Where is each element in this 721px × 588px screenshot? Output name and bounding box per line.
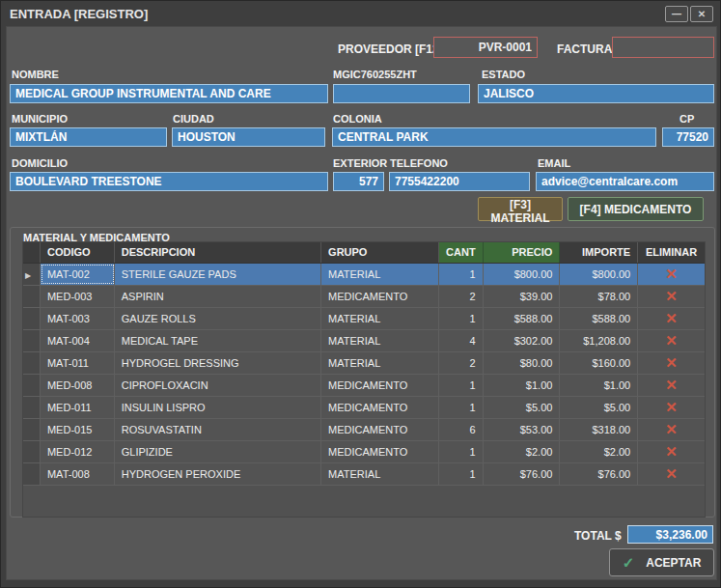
nombre-input[interactable] (10, 84, 328, 103)
cell-codigo[interactable]: MAT-002 (41, 264, 115, 285)
total-input[interactable] (627, 525, 713, 544)
table-row[interactable]: ▶ MED-003 ASPIRIN MEDICAMENTO 2 $39.00 $… (23, 286, 705, 308)
minimize-button[interactable]: — (665, 6, 688, 22)
cell-importe[interactable]: $76.00 (560, 463, 638, 485)
rfc-input[interactable] (333, 84, 470, 103)
cell-importe[interactable]: $78.00 (560, 286, 638, 307)
cell-eliminar[interactable]: ✕ (638, 375, 705, 396)
row-header-cell[interactable]: ▶ (23, 286, 41, 307)
cell-codigo[interactable]: MAT-003 (41, 308, 115, 329)
row-header-cell[interactable]: ▶ (23, 419, 41, 440)
header-descripcion[interactable]: DESCRIPCION (115, 242, 321, 263)
delete-icon[interactable]: ✕ (665, 465, 678, 482)
table-row[interactable]: ▶ MED-012 GLIPIZIDE MEDICAMENTO 1 $2.00 … (23, 441, 705, 463)
cell-codigo[interactable]: MED-012 (41, 441, 115, 462)
exterior-input[interactable] (333, 172, 384, 191)
delete-icon[interactable]: ✕ (665, 332, 678, 349)
cell-codigo[interactable]: MED-003 (41, 286, 115, 307)
cell-eliminar[interactable]: ✕ (638, 419, 705, 440)
cell-descripcion[interactable]: CIPROFLOXACIN (115, 375, 321, 396)
cell-grupo[interactable]: MATERIAL (321, 352, 439, 374)
delete-icon[interactable]: ✕ (665, 354, 678, 371)
cell-eliminar[interactable]: ✕ (638, 352, 705, 374)
cell-cant[interactable]: 1 (439, 264, 484, 285)
close-button[interactable]: ✕ (690, 6, 713, 22)
cell-cant[interactable]: 4 (439, 330, 484, 351)
cell-descripcion[interactable]: INSULIN LISPRO (115, 397, 321, 418)
cell-precio[interactable]: $80.00 (484, 352, 561, 374)
cell-precio[interactable]: $588.00 (484, 308, 561, 329)
cell-grupo[interactable]: MEDICAMENTO (321, 441, 439, 462)
cell-grupo[interactable]: MEDICAMENTO (321, 286, 439, 307)
row-header-cell[interactable]: ▶ (23, 330, 41, 351)
cell-descripcion[interactable]: MEDICAL TAPE (115, 330, 321, 351)
delete-icon[interactable]: ✕ (665, 266, 678, 282)
header-eliminar[interactable]: ELIMINAR (638, 242, 705, 263)
table-row[interactable]: ▶ MAT-004 MEDICAL TAPE MATERIAL 4 $302.0… (23, 330, 705, 352)
cell-descripcion[interactable]: STERILE GAUZE PADS (115, 264, 321, 285)
title-bar[interactable]: ENTRADA [REGISTRO] — ✕ (1, 1, 720, 26)
colonia-input[interactable] (332, 127, 656, 147)
cell-importe[interactable]: $588.00 (560, 308, 638, 329)
table-row[interactable]: ▶ MED-008 CIPROFLOXACIN MEDICAMENTO 1 $1… (23, 375, 705, 397)
estado-input[interactable] (478, 84, 714, 103)
cell-grupo[interactable]: MATERIAL (321, 264, 439, 285)
delete-icon[interactable]: ✕ (665, 421, 678, 437)
cell-precio[interactable]: $1.00 (484, 375, 561, 396)
cell-codigo[interactable]: MED-011 (41, 397, 115, 418)
cell-eliminar[interactable]: ✕ (638, 286, 705, 307)
cell-cant[interactable]: 1 (439, 308, 484, 329)
cell-precio[interactable]: $39.00 (484, 286, 561, 307)
f4-medicamento-button[interactable]: [F4] MEDICAMENTO (568, 197, 704, 221)
cell-cant[interactable]: 6 (439, 419, 484, 440)
cell-importe[interactable]: $2.00 (560, 441, 638, 462)
header-grupo[interactable]: GRUPO (321, 242, 439, 263)
domicilio-input[interactable] (10, 172, 328, 191)
table-row[interactable]: ▶ MED-015 ROSUVASTATIN MEDICAMENTO 6 $53… (23, 419, 705, 441)
cell-importe[interactable]: $5.00 (560, 397, 638, 418)
cell-grupo[interactable]: MATERIAL (321, 330, 439, 351)
row-header-cell[interactable]: ▶ (23, 441, 41, 462)
header-importe[interactable]: IMPORTE (560, 242, 638, 263)
cell-codigo[interactable]: MED-015 (41, 419, 115, 440)
aceptar-button[interactable]: ✓ ACEPTAR (609, 548, 714, 576)
cell-precio[interactable]: $76.00 (484, 463, 561, 485)
table-row[interactable]: ▶ MED-011 INSULIN LISPRO MEDICAMENTO 1 $… (23, 397, 705, 419)
cp-input[interactable] (662, 127, 714, 147)
cell-descripcion[interactable]: ASPIRIN (115, 286, 321, 307)
cell-descripcion[interactable]: GAUZE ROLLS (115, 308, 321, 329)
cell-precio[interactable]: $302.00 (484, 330, 561, 351)
delete-icon[interactable]: ✕ (665, 310, 678, 326)
cell-precio[interactable]: $5.00 (484, 397, 561, 418)
cell-importe[interactable]: $800.00 (560, 264, 638, 285)
header-codigo[interactable]: CODIGO (41, 242, 115, 263)
delete-icon[interactable]: ✕ (665, 377, 678, 393)
cell-eliminar[interactable]: ✕ (638, 397, 705, 418)
factura-input[interactable] (612, 37, 714, 58)
table-row[interactable]: ▶ MAT-003 GAUZE ROLLS MATERIAL 1 $588.00… (23, 308, 705, 330)
cell-grupo[interactable]: MEDICAMENTO (321, 375, 439, 396)
cell-cant[interactable]: 2 (439, 286, 484, 307)
cell-codigo[interactable]: MAT-004 (41, 330, 115, 351)
header-precio[interactable]: PRECIO (484, 242, 561, 263)
cell-eliminar[interactable]: ✕ (638, 330, 705, 351)
cell-eliminar[interactable]: ✕ (638, 264, 705, 285)
cell-cant[interactable]: 1 (439, 463, 484, 485)
f3-material-button[interactable]: [F3] MATERIAL (478, 197, 563, 221)
cell-importe[interactable]: $318.00 (560, 419, 638, 440)
row-header-cell[interactable]: ▶ (23, 375, 41, 396)
cell-descripcion[interactable]: GLIPIZIDE (115, 441, 321, 462)
row-header-cell[interactable]: ▶ (23, 264, 41, 285)
cell-precio[interactable]: $53.00 (484, 419, 561, 440)
row-header-cell[interactable]: ▶ (23, 463, 41, 485)
header-cant[interactable]: CANT (439, 242, 484, 263)
cell-cant[interactable]: 1 (439, 441, 484, 462)
cell-eliminar[interactable]: ✕ (638, 308, 705, 329)
cell-importe[interactable]: $160.00 (560, 352, 638, 374)
cell-importe[interactable]: $1.00 (560, 375, 638, 396)
cell-eliminar[interactable]: ✕ (638, 463, 705, 485)
row-header-cell[interactable]: ▶ (23, 397, 41, 418)
delete-icon[interactable]: ✕ (665, 443, 678, 460)
cell-importe[interactable]: $1,208.00 (560, 330, 638, 351)
cell-cant[interactable]: 1 (439, 375, 484, 396)
